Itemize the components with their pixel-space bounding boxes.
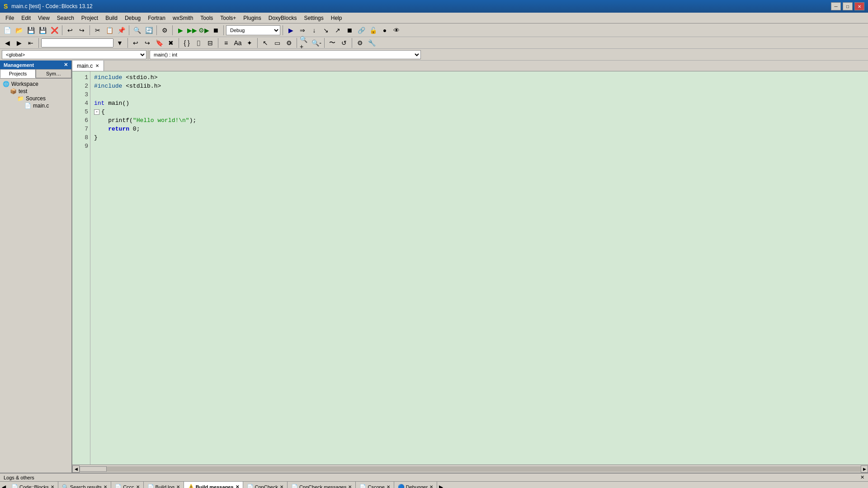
settings-button[interactable]: ⚙ [159, 25, 170, 36]
logs-scroll-right[interactable]: ▶ [437, 482, 445, 488]
nav-back-button[interactable]: ◀ [2, 38, 13, 48]
new-button[interactable]: 📄 [2, 25, 13, 36]
log-tab-search[interactable]: 🔍 Search results ✕ [58, 482, 111, 488]
menu-fortran[interactable]: Fortran [144, 14, 169, 22]
next-line[interactable]: ↓ [309, 25, 320, 36]
tree-item-sources[interactable]: 📁 Sources [16, 95, 70, 102]
step-into[interactable]: ↘ [321, 25, 331, 36]
scroll-track[interactable] [80, 466, 861, 472]
fold-all[interactable]: ⊟ [205, 38, 216, 48]
cppcheck-tab-close[interactable]: ✕ [280, 484, 283, 488]
cppcheck-msg-tab-close[interactable]: ✕ [348, 484, 352, 488]
tab-close-icon[interactable]: ✕ [95, 63, 99, 68]
management-close-icon[interactable]: ✕ [64, 62, 68, 68]
menu-help[interactable]: Help [327, 14, 346, 22]
clear-bookmark[interactable]: ✖ [165, 38, 176, 48]
log-tab-cccc[interactable]: 📄 Cccc ✕ [111, 482, 143, 488]
save-all-button[interactable]: 💾 [37, 25, 48, 36]
redo-button[interactable]: ↪ [76, 25, 87, 36]
select-brace[interactable]: ⌷ [193, 38, 204, 48]
cut-button[interactable]: ✂ [92, 25, 103, 36]
menu-build[interactable]: Build [102, 14, 121, 22]
jump-dropdown-btn[interactable]: ▼ [114, 38, 125, 48]
search-tab-close[interactable]: ✕ [104, 484, 107, 488]
toggle-tools[interactable]: ⚙ [283, 38, 294, 48]
maximize-button[interactable]: □ [843, 2, 853, 10]
step-out[interactable]: ↗ [332, 25, 343, 36]
refresh-btn[interactable]: ↺ [339, 38, 349, 48]
menu-wxsmith[interactable]: wxSmith [169, 14, 197, 22]
tab-symbols[interactable]: Sym… [36, 69, 71, 78]
stop-button[interactable]: ⏹ [210, 25, 221, 36]
zoom-in[interactable]: 🔍+ [299, 38, 310, 48]
tree-item-workspace[interactable]: 🌐 Workspace [2, 80, 70, 88]
undo-button[interactable]: ↩ [65, 25, 75, 36]
close-button-tb[interactable]: ❌ [49, 25, 60, 36]
menu-view[interactable]: View [34, 14, 53, 22]
open-button[interactable]: 📂 [14, 25, 24, 36]
debugger-tab-close[interactable]: ✕ [429, 484, 433, 488]
run-button[interactable]: ▶ [175, 25, 186, 36]
bookmark-prev[interactable]: ↩ [130, 38, 141, 48]
detach-debug[interactable]: 🔓 [368, 25, 378, 36]
menu-search[interactable]: Search [53, 14, 78, 22]
horizontal-scrollbar[interactable]: ◀ ▶ [72, 465, 868, 473]
paste-button[interactable]: 📌 [116, 25, 127, 36]
nav-forward-button[interactable]: ▶ [14, 38, 24, 48]
menu-debug[interactable]: Debug [121, 14, 144, 22]
build-target-dropdown[interactable]: Debug Release [226, 25, 280, 35]
case-btn[interactable]: Aa [232, 38, 243, 48]
logs-scroll-left[interactable]: ◀ [0, 482, 8, 488]
menu-settings[interactable]: Settings [300, 14, 327, 22]
cb-tab-close[interactable]: ✕ [51, 484, 54, 488]
menu-edit[interactable]: Edit [18, 14, 34, 22]
log-tab-debugger[interactable]: 🔵 Debugger ✕ [394, 482, 437, 488]
log-tab-cppcheck-msg[interactable]: 📄 CppCheck messages ✕ [288, 482, 356, 488]
tree-item-test[interactable]: 📦 test [9, 88, 70, 95]
log-tab-cscope[interactable]: 📄 Cscope ✕ [356, 482, 394, 488]
close-button[interactable]: ✕ [854, 2, 864, 10]
copy-button[interactable]: 📋 [104, 25, 115, 36]
run-param-button[interactable]: ▶▶ [187, 25, 198, 36]
log-tab-buildmessages[interactable]: ⚠️ Build messages ✕ [184, 482, 243, 488]
scroll-left-button[interactable]: ◀ [72, 465, 80, 473]
log-tab-cppcheck[interactable]: 📄 CppCheck ✕ [243, 482, 288, 488]
wave-btn[interactable]: 〜 [327, 38, 338, 48]
cursor-btn[interactable]: ↖ [260, 38, 271, 48]
buildlog-tab-close[interactable]: ✕ [176, 484, 180, 488]
scope-dropdown[interactable]: <global> [2, 50, 146, 59]
bookmark-next[interactable]: ↪ [142, 38, 153, 48]
menu-file[interactable]: File [2, 14, 18, 22]
save-button[interactable]: 💾 [25, 25, 36, 36]
zoom-out[interactable]: 🔍- [311, 38, 322, 48]
tab-projects[interactable]: Projects [0, 69, 36, 78]
fold-marker-5[interactable]: - [94, 109, 99, 115]
menu-tools-plus[interactable]: Tools+ [217, 14, 240, 22]
tools-misc[interactable]: ✦ [244, 38, 255, 48]
cscope-tab-close[interactable]: ✕ [387, 484, 390, 488]
menu-tools[interactable]: Tools [197, 14, 217, 22]
sort[interactable]: ≡ [221, 38, 231, 48]
menu-project[interactable]: Project [78, 14, 102, 22]
logs-close-icon[interactable]: ✕ [860, 474, 864, 480]
misc-tool1[interactable]: ⚙ [354, 38, 365, 48]
misc-tool2[interactable]: 🔧 [366, 38, 377, 48]
scroll-thumb[interactable] [80, 466, 107, 472]
function-dropdown[interactable]: main() : int [150, 50, 421, 59]
cccc-tab-close[interactable]: ✕ [136, 484, 140, 488]
find-button[interactable]: 🔍 [132, 25, 142, 36]
buildmsg-tab-close[interactable]: ✕ [236, 484, 239, 488]
code-editor[interactable]: #include <stdio.h> #include <stdlib.h> i… [90, 71, 868, 465]
debug-run-button[interactable]: ▶ [285, 25, 296, 36]
tree-item-mainc[interactable]: 📄 main.c [24, 102, 70, 109]
replace-button[interactable]: 🔄 [143, 25, 154, 36]
log-tab-codeblocks[interactable]: 📄 Code::Blocks ✕ [8, 482, 58, 488]
run-to-cursor[interactable]: ⇒ [297, 25, 308, 36]
editor-tab-mainc[interactable]: main.c ✕ [72, 61, 104, 71]
scroll-right-button[interactable]: ▶ [861, 465, 868, 473]
jump-input[interactable] [41, 38, 113, 47]
match-brace[interactable]: { } [181, 38, 192, 48]
rect-select[interactable]: ▭ [272, 38, 283, 48]
breakpoint[interactable]: ● [379, 25, 390, 36]
watches[interactable]: 👁 [391, 25, 402, 36]
